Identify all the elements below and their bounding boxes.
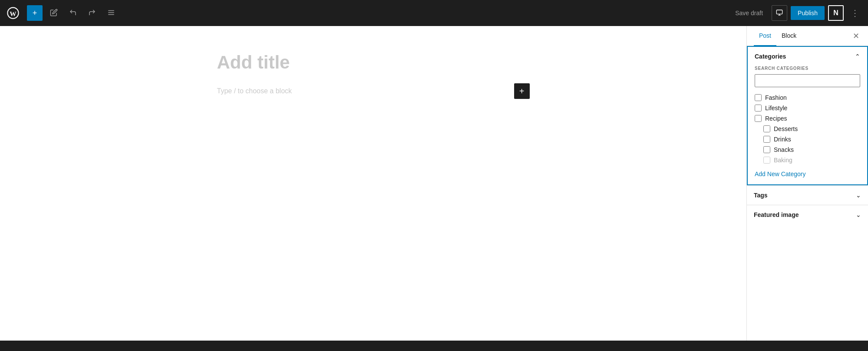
sidebar-tabs: Post Block ✕ <box>747 26 868 46</box>
category-item-desserts: Desserts <box>755 124 860 134</box>
main-area: Add title Type / to choose a block + Pos… <box>0 26 868 341</box>
category-item-lifestyle: Lifestyle <box>755 103 860 113</box>
featured-image-chevron-icon: ⌄ <box>856 211 861 218</box>
block-placeholder: Type / to choose a block + <box>217 83 530 99</box>
view-button[interactable] <box>772 5 787 21</box>
search-categories-label: SEARCH CATEGORIES <box>755 66 860 71</box>
monitor-icon <box>776 9 783 17</box>
n-letter: N <box>833 9 838 17</box>
redo-button[interactable] <box>84 5 100 21</box>
tags-panel-header[interactable]: Tags ⌄ <box>747 186 868 205</box>
undo-button[interactable] <box>65 5 81 21</box>
category-checkbox-drinks[interactable] <box>763 136 770 143</box>
category-item-baking: Baking <box>755 155 860 165</box>
sidebar-close-button[interactable]: ✕ <box>851 26 861 46</box>
add-block-toolbar-button[interactable]: + <box>27 5 43 21</box>
categories-panel-header[interactable]: Categories ⌃ <box>748 47 867 66</box>
category-label-snacks[interactable]: Snacks <box>774 146 794 153</box>
plus-icon: + <box>33 9 37 18</box>
tab-block[interactable]: Block <box>776 26 802 46</box>
pencil-icon <box>50 9 58 18</box>
category-checkbox-lifestyle[interactable] <box>755 105 762 112</box>
undo-icon <box>69 9 77 18</box>
category-label-recipes[interactable]: Recipes <box>765 115 787 122</box>
editor-area: Add title Type / to choose a block + <box>0 26 746 341</box>
bottom-bar <box>0 341 868 351</box>
category-label-baking[interactable]: Baking <box>774 157 792 164</box>
publish-button[interactable]: Publish <box>791 6 825 20</box>
add-new-category-link[interactable]: Add New Category <box>755 171 860 177</box>
editor-content: Add title Type / to choose a block + <box>217 52 530 99</box>
save-draft-button[interactable]: Save draft <box>730 6 768 20</box>
category-item-recipes: Recipes <box>755 113 860 124</box>
category-item-drinks: Drinks <box>755 134 860 144</box>
hamburger-icon <box>107 9 115 18</box>
categories-title: Categories <box>755 53 786 60</box>
redo-icon <box>88 9 96 18</box>
sidebar-body: Categories ⌃ SEARCH CATEGORIES Fashion L… <box>747 46 868 341</box>
tab-post[interactable]: Post <box>754 26 776 46</box>
categories-chevron-icon: ⌃ <box>855 53 860 60</box>
plus-inline-icon: + <box>519 86 525 96</box>
wp-logo[interactable]: W <box>5 5 21 21</box>
category-item-snacks: Snacks <box>755 144 860 155</box>
category-label-drinks[interactable]: Drinks <box>774 136 791 143</box>
tags-chevron-icon: ⌄ <box>856 192 861 199</box>
toolbar: W + <box>0 0 868 26</box>
add-block-inline-button[interactable]: + <box>514 83 530 99</box>
tags-title: Tags <box>754 192 768 199</box>
search-categories-input[interactable] <box>755 74 860 87</box>
category-checkbox-snacks[interactable] <box>763 146 770 153</box>
featured-image-panel-header[interactable]: Featured image ⌄ <box>747 205 868 224</box>
more-icon: ⋮ <box>851 8 859 18</box>
placeholder-text: Type / to choose a block <box>217 87 292 95</box>
svg-text:W: W <box>10 10 17 17</box>
category-label-lifestyle[interactable]: Lifestyle <box>765 105 787 112</box>
category-item-fashion: Fashion <box>755 92 860 103</box>
category-label-fashion[interactable]: Fashion <box>765 94 787 101</box>
category-checkbox-recipes[interactable] <box>755 115 762 122</box>
tags-panel: Tags ⌄ <box>747 185 868 205</box>
n-button[interactable]: N <box>828 5 844 21</box>
more-options-button[interactable]: ⋮ <box>847 5 863 21</box>
category-checkbox-fashion[interactable] <box>755 94 762 101</box>
categories-panel: Categories ⌃ SEARCH CATEGORIES Fashion L… <box>747 46 868 185</box>
sidebar: Post Block ✕ Categories ⌃ SEARCH CATEGOR… <box>746 26 868 341</box>
category-list: Fashion Lifestyle Recipes Desserts <box>755 92 860 165</box>
svg-rect-5 <box>776 10 782 14</box>
featured-image-panel: Featured image ⌄ <box>747 205 868 224</box>
title-input[interactable]: Add title <box>217 52 530 73</box>
category-checkbox-desserts[interactable] <box>763 125 770 132</box>
close-icon: ✕ <box>853 31 859 41</box>
featured-image-title: Featured image <box>754 211 799 218</box>
category-label-desserts[interactable]: Desserts <box>774 125 798 132</box>
categories-panel-body: SEARCH CATEGORIES Fashion Lifestyle <box>748 66 867 184</box>
menu-button[interactable] <box>103 5 119 21</box>
category-checkbox-baking[interactable] <box>763 157 770 164</box>
pencil-button[interactable] <box>46 5 62 21</box>
